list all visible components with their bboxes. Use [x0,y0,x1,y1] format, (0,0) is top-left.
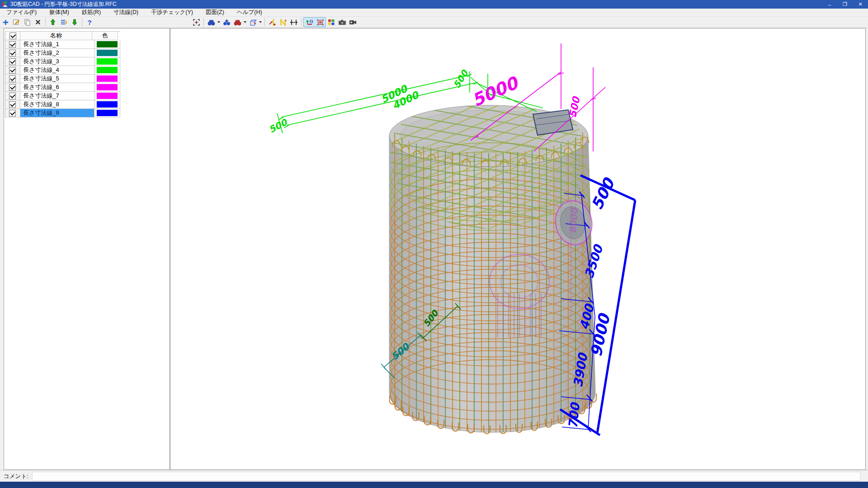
axis-xyz-icon [306,19,313,26]
layer-color-swatch[interactable] [97,58,118,65]
header-checkbox[interactable] [9,33,16,39]
dimension-label: 500 [451,67,471,90]
layer-name[interactable]: 長さ寸法線_2 [20,49,94,57]
layer-visibility-checkbox[interactable] [9,93,16,99]
binoculars-add-icon [223,19,231,26]
layer-color-swatch[interactable] [97,67,118,73]
layer-color-swatch[interactable] [97,110,118,116]
layer-row[interactable]: 長さ寸法線_5 [5,75,120,83]
dimension-list-panel: 名称 色 長さ寸法線_1長さ寸法線_2長さ寸法線_3長さ寸法線_4長さ寸法線_5… [4,28,170,470]
comment-field[interactable] [32,472,860,481]
minimize-button[interactable]: – [822,0,837,9]
layer-row[interactable]: 長さ寸法線_1 [5,40,120,49]
layer-name[interactable]: 長さ寸法線_7 [20,92,94,100]
camera-icon [338,19,346,26]
arrow-down-icon [71,19,78,26]
view-direction-dropdown[interactable] [259,21,262,23]
plus-icon [2,19,9,26]
layer-visibility-checkbox[interactable] [9,84,16,91]
dimension-label: 500 [267,116,290,135]
find-add-button[interactable] [222,18,231,27]
menu-body[interactable]: 躯体(M) [43,8,75,17]
view-tools-highlight-group [303,17,326,27]
list-order-button[interactable] [59,18,69,27]
toolbar-separator [82,18,82,26]
menu-help[interactable]: ヘルプ(H) [231,8,269,17]
layer-name[interactable]: 長さ寸法線_6 [20,83,94,92]
menu-file[interactable]: ファイル(F) [0,8,43,17]
move-down-button[interactable] [70,18,80,27]
toolbar-separator [45,18,46,26]
layer-visibility-checkbox[interactable] [9,58,16,65]
menu-drawing[interactable]: 図面(Z) [199,8,231,17]
layer-row[interactable]: 長さ寸法線_7 [5,92,120,100]
layer-color-swatch[interactable] [97,93,118,99]
dimension-label: 500 [567,95,583,119]
layer-row[interactable]: 長さ寸法線_3 [5,57,120,66]
find-remove-button[interactable] [232,18,242,27]
toolbar-separator [301,18,302,26]
3d-viewport[interactable]: 5005000400050050005005003500400900039007… [170,28,866,470]
layer-color-swatch[interactable] [97,101,118,108]
layer-name[interactable]: 長さ寸法線_4 [20,66,94,75]
layer-table: 名称 色 長さ寸法線_1長さ寸法線_2長さ寸法線_3長さ寸法線_4長さ寸法線_5… [5,31,120,117]
measure-button[interactable] [289,18,299,27]
snapshot-button[interactable] [337,18,347,27]
copy-icon [24,19,31,26]
menu-dimension[interactable]: 寸法線(D) [107,8,145,17]
layer-visibility-checkbox[interactable] [9,67,16,74]
layer-row[interactable]: 長さ寸法線_9 [5,109,120,117]
layer-name[interactable]: 長さ寸法線_5 [20,75,94,83]
column-header-color: 色 [92,32,118,40]
taskbar[interactable] [0,482,868,488]
edit-icon [13,19,20,26]
view-direction-button[interactable] [248,18,258,27]
rotation-center-button[interactable] [315,18,325,27]
add-button[interactable] [0,18,10,27]
layer-color-swatch[interactable] [97,84,118,90]
layer-name[interactable]: 長さ寸法線_8 [20,100,94,109]
menu-bar: ファイル(F) 躯体(M) 鉄筋(R) 寸法線(D) 干渉チェック(Y) 図面(… [0,9,868,17]
maximize-button[interactable]: ❐ [837,0,853,9]
find-button[interactable] [206,18,216,27]
layer-row[interactable]: 長さ寸法線_8 [5,100,120,109]
layer-name[interactable]: 長さ寸法線_1 [20,40,94,49]
section-line-button[interactable] [267,18,277,27]
delete-button[interactable] [33,18,43,27]
toolbar: ? [0,17,868,28]
menu-interference-check[interactable]: 干渉チェック(Y) [145,8,199,17]
copy-button[interactable] [22,18,32,27]
layer-color-swatch[interactable] [97,41,118,47]
layer-name[interactable]: 長さ寸法線_3 [20,57,94,66]
view-cube-icon [249,19,257,26]
find-dropdown[interactable] [217,21,220,23]
render-palette-button[interactable] [326,18,336,27]
3d-scene: 5005000400050050005005003500400900039007… [170,28,865,469]
layer-visibility-checkbox[interactable] [9,41,16,48]
layer-visibility-checkbox[interactable] [9,101,16,108]
find-remove-dropdown[interactable] [244,21,246,23]
layer-row[interactable]: 長さ寸法線_6 [5,83,120,92]
north-arrow-button[interactable] [278,18,288,27]
layer-row[interactable]: 長さ寸法線_2 [5,49,120,57]
axis-display-button[interactable] [304,18,314,27]
measure-icon [290,19,298,26]
layer-name[interactable]: 長さ寸法線_9 [20,109,94,117]
layer-visibility-checkbox[interactable] [9,110,16,117]
fit-view-icon [193,19,200,26]
edit-model-button[interactable] [11,18,21,27]
layer-visibility-checkbox[interactable] [9,50,16,56]
layer-color-swatch[interactable] [97,75,118,82]
close-button[interactable]: ✕ [853,0,868,9]
help-button[interactable]: ? [85,18,94,27]
layer-color-swatch[interactable] [97,50,118,56]
toolbar-separator [203,18,204,26]
layer-visibility-checkbox[interactable] [9,75,16,82]
list-icon [60,19,67,26]
move-up-button[interactable] [48,18,58,27]
fit-view-button[interactable] [191,18,201,27]
record-button[interactable] [348,18,358,27]
column-header-name: 名称 [20,32,92,40]
layer-row[interactable]: 長さ寸法線_4 [5,66,120,75]
menu-rebar[interactable]: 鉄筋(R) [75,8,107,17]
